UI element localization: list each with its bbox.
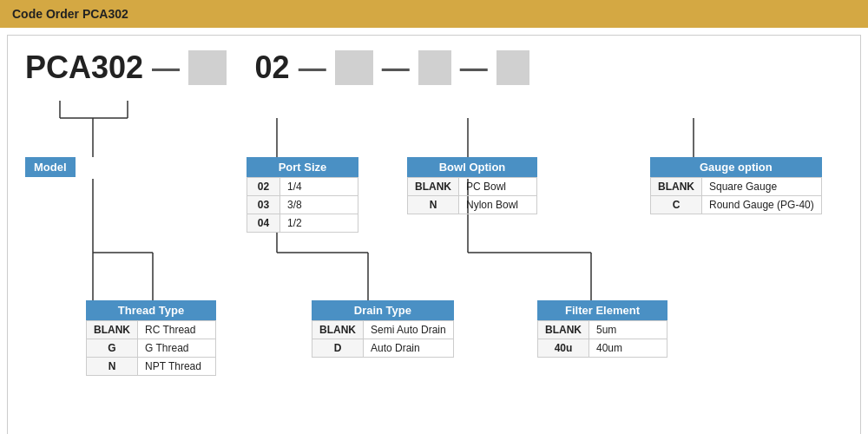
gauge-desc-round: Round Gauge (PG-40) <box>702 196 822 214</box>
thread-type-table: BLANK RC Thread G G Thread N NPT Thread <box>86 320 216 376</box>
table-row: N NPT Thread <box>87 358 216 376</box>
main-content: PCA302 — 02 — — — Model Port Size 02 1/4… <box>7 35 861 434</box>
filter-desc-40um: 40um <box>589 339 667 358</box>
table-row: BLANK Semi Auto Drain <box>312 321 454 339</box>
drain-type-label: Drain Type <box>312 300 454 320</box>
gauge-code-c: C <box>651 196 702 214</box>
port-size-label: Port Size <box>247 157 358 177</box>
thread-type-label: Thread Type <box>86 300 216 320</box>
bowl-option-label: Bowl Option <box>407 157 537 177</box>
port-size-code: 02 <box>255 49 290 86</box>
gauge-desc-square: Square Gauge <box>702 178 822 196</box>
filter-element-label: Filter Element <box>537 300 667 320</box>
thread-code-n: N <box>87 358 138 376</box>
drain-desc-auto: Auto Drain <box>364 339 454 358</box>
table-row: N Nylon Bowl <box>408 196 537 214</box>
bowl-option-table: BLANK PC Bowl N Nylon Bowl <box>407 177 537 214</box>
filter-code-blank: BLANK <box>538 321 589 339</box>
thread-code-g: G <box>87 339 138 358</box>
panel-thread-type: Thread Type BLANK RC Thread G G Thread N… <box>86 300 216 376</box>
gauge-code-blank: BLANK <box>651 178 702 196</box>
drain-code-blank: BLANK <box>312 321 364 339</box>
bowl-code-n: N <box>408 196 459 214</box>
table-row: BLANK 5um <box>538 321 667 339</box>
model-label: Model <box>25 157 76 177</box>
port-size-code-02: 02 <box>247 178 280 196</box>
box-filter[interactable] <box>418 50 451 85</box>
filter-code-40u: 40u <box>538 339 589 358</box>
thread-desc-npt: NPT Thread <box>138 358 216 376</box>
port-size-desc-14: 1/4 <box>280 178 358 196</box>
table-row: 03 3/8 <box>247 196 358 214</box>
drain-code-d: D <box>312 339 364 358</box>
drain-desc-semi: Semi Auto Drain <box>364 321 454 339</box>
filter-element-table: BLANK 5um 40u 40um <box>537 320 667 358</box>
header-title: Code Order PCA302 <box>12 7 128 21</box>
code-line: PCA302 — 02 — — — <box>25 49 843 86</box>
port-size-code-03: 03 <box>247 196 280 214</box>
thread-desc-rc: RC Thread <box>138 321 216 339</box>
panel-gauge-option: Gauge option BLANK Square Gauge C Round … <box>650 157 822 214</box>
table-row: 02 1/4 <box>247 178 358 196</box>
gauge-option-table: BLANK Square Gauge C Round Gauge (PG-40) <box>650 177 822 214</box>
table-row: D Auto Drain <box>312 339 454 358</box>
filter-desc-5um: 5um <box>589 321 667 339</box>
dash3: — <box>382 52 410 84</box>
page-header: Code Order PCA302 <box>0 0 868 28</box>
table-row: BLANK PC Bowl <box>408 178 537 196</box>
panel-bowl-option: Bowl Option BLANK PC Bowl N Nylon Bowl <box>407 157 537 214</box>
port-size-table: 02 1/4 03 3/8 04 1/2 <box>247 177 358 233</box>
table-row: BLANK Square Gauge <box>651 178 822 196</box>
bowl-desc-pc: PC Bowl <box>459 178 537 196</box>
dash4: — <box>460 52 488 84</box>
box-model-option[interactable] <box>188 50 227 85</box>
panel-model: Model <box>25 157 76 177</box>
box-gauge[interactable] <box>496 50 529 85</box>
thread-desc-g: G Thread <box>138 339 216 358</box>
dash2: — <box>299 52 326 84</box>
model-code: PCA302 <box>25 49 143 86</box>
panel-port-size: Port Size 02 1/4 03 3/8 04 1/2 <box>247 157 358 233</box>
table-row: BLANK RC Thread <box>87 321 216 339</box>
table-row: C Round Gauge (PG-40) <box>651 196 822 214</box>
table-row: 04 1/2 <box>247 214 358 233</box>
bowl-code-blank: BLANK <box>408 178 459 196</box>
gauge-option-label: Gauge option <box>650 157 822 177</box>
dash1: — <box>152 52 180 84</box>
panel-filter-element: Filter Element BLANK 5um 40u 40um <box>537 300 667 358</box>
box-bowl-option[interactable] <box>335 50 373 85</box>
table-row: 40u 40um <box>538 339 667 358</box>
port-size-desc-38: 3/8 <box>280 196 358 214</box>
table-row: G G Thread <box>87 339 216 358</box>
panel-drain-type: Drain Type BLANK Semi Auto Drain D Auto … <box>312 300 454 358</box>
drain-type-table: BLANK Semi Auto Drain D Auto Drain <box>312 320 454 358</box>
bowl-desc-nylon: Nylon Bowl <box>459 196 537 214</box>
thread-code-blank: BLANK <box>87 321 138 339</box>
port-size-code-04: 04 <box>247 214 280 233</box>
port-size-desc-12: 1/2 <box>280 214 358 233</box>
